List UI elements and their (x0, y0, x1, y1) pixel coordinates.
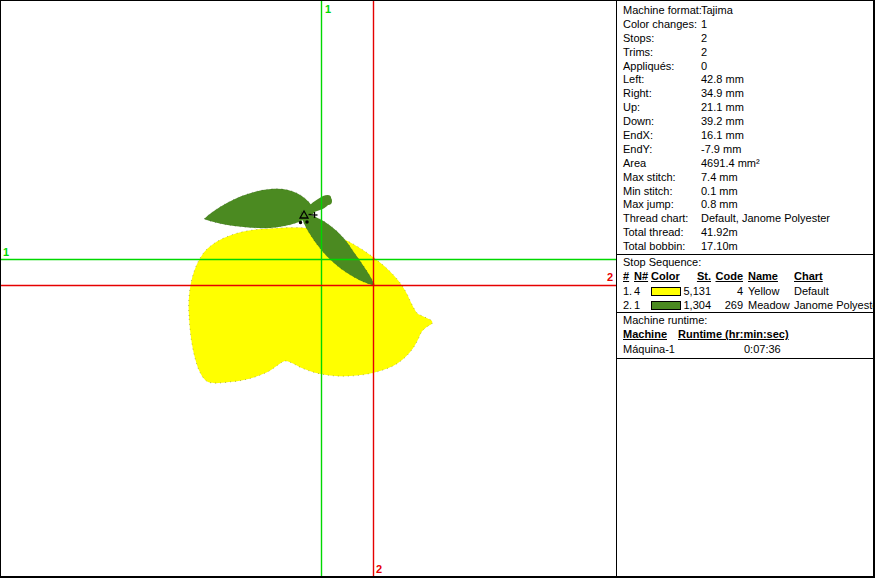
stat-down: Down:39.2 mm (623, 115, 874, 129)
stat-stops: Stops:2 (623, 32, 874, 46)
stat-label: Total thread: (623, 226, 684, 238)
stat-label: Right: (623, 87, 652, 99)
stat-color-changes: Color changes:1 (623, 18, 874, 32)
stat-label: Trims: (623, 46, 653, 58)
row-stitches: 1,304 (683, 298, 711, 312)
guide-1-top-label: 1 (325, 3, 331, 15)
stat-label: Stops: (623, 32, 654, 44)
stat-value: 2 (701, 46, 707, 60)
stat-thread-chart: Thread chart:Default, Janome Polyester (623, 212, 874, 226)
marker-dot-icon (306, 221, 308, 223)
lemon-body-shape (189, 228, 433, 384)
thread-color-swatch (651, 301, 681, 310)
stat-value: 16.1 mm (701, 129, 744, 143)
stop-sequence-header-row: # N# Color St. Code Name Chart (623, 269, 874, 284)
stat-value: 2 (701, 32, 707, 46)
row-chart: Default (789, 284, 874, 298)
guide-1-left-label: 1 (3, 246, 9, 258)
stat-area: Area4691.4 mm² (623, 157, 874, 171)
stat-label: Max jump: (623, 198, 674, 210)
col-header-st: St. (683, 269, 711, 284)
design-artwork: 1 1 2 2 (1, 1, 616, 576)
stat-value: 1 (701, 18, 707, 32)
row-color-name: Yellow (743, 284, 789, 298)
row-chart: Janome Polyester (789, 298, 875, 312)
design-info-panel: Machine format:Tajima Color changes:1 St… (616, 1, 874, 576)
row-color-name: Meadow (743, 298, 789, 312)
stat-label: Machine format: (623, 4, 702, 16)
design-canvas[interactable]: 1 1 2 2 (1, 1, 616, 576)
stat-label: Total bobbin: (623, 240, 685, 252)
stat-label: Max stitch: (623, 171, 676, 183)
row-num: 2. (623, 298, 634, 312)
guide-2-bottom-label: 2 (376, 563, 382, 575)
stat-value: 42.8 mm (701, 73, 744, 87)
stat-label: EndY: (623, 143, 652, 155)
row-code: 269 (711, 298, 743, 312)
guide-2-right-label: 2 (607, 271, 613, 283)
row-num: 1. (623, 284, 634, 298)
row-code: 4 (711, 284, 743, 298)
stat-total-bobbin: Total bobbin:17.10m (623, 240, 874, 254)
lemon-stem-knob (324, 197, 332, 205)
stop-sequence-row: 2. 1 1,304 269 Meadow Janome Polyester (623, 298, 874, 312)
stat-value: Tajima (701, 4, 733, 18)
stat-endx: EndX:16.1 mm (623, 129, 874, 143)
stat-machine-format: Machine format:Tajima (623, 4, 874, 18)
runtime-header-row: Machine Runtime (hr:min:sec) (623, 327, 874, 342)
thread-color-swatch (651, 287, 681, 296)
stat-endy: EndY:-7.9 mm (623, 143, 874, 157)
stop-sequence-section: Stop Sequence: # N# Color St. Code Name … (617, 254, 874, 312)
stat-label: EndX: (623, 129, 653, 141)
stat-value: 41.92m (701, 226, 738, 240)
stat-max-jump: Max jump:0.8 mm (623, 198, 874, 212)
stat-value: 34.9 mm (701, 87, 744, 101)
marker-dot-icon (299, 221, 301, 223)
machine-runtime-section: Machine runtime: Machine Runtime (hr:min… (617, 312, 874, 359)
stat-value: 0.1 mm (701, 185, 738, 199)
col-header-name: Name (743, 269, 789, 284)
stat-value: 0 (701, 60, 707, 74)
stat-value: 4691.4 mm² (701, 157, 760, 171)
stat-label: Left: (623, 73, 644, 85)
col-header-color: Color (651, 269, 683, 284)
col-header-runtime: Runtime (hr:min:sec) (678, 327, 874, 342)
stat-up: Up:21.1 mm (623, 101, 874, 115)
row-needle: 4 (634, 284, 651, 298)
stat-label: Color changes: (623, 18, 697, 30)
col-header-machine: Machine (623, 327, 678, 342)
stop-sequence-title: Stop Sequence: (623, 255, 874, 269)
embroidery-design-properties-window: 1 1 2 2 Machine format:Tajima Color chan… (0, 0, 875, 578)
stat-value: 21.1 mm (701, 101, 744, 115)
stat-right: Right:34.9 mm (623, 87, 874, 101)
stat-value: Default, Janome Polyester (701, 212, 830, 226)
stat-value: 0.8 mm (701, 198, 738, 212)
runtime-machine-name: Máquina-1 (623, 342, 678, 356)
col-header-num: # (623, 269, 634, 284)
stat-label: Up: (623, 101, 640, 113)
stat-min-stitch: Min stitch:0.1 mm (623, 185, 874, 199)
stat-label: Down: (623, 115, 654, 127)
design-stats-list: Machine format:Tajima Color changes:1 St… (617, 1, 874, 254)
stat-trims: Trims:2 (623, 46, 874, 60)
machine-runtime-title: Machine runtime: (623, 313, 874, 327)
stat-max-stitch: Max stitch:7.4 mm (623, 171, 874, 185)
stat-label: Min stitch: (623, 185, 673, 197)
row-stitches: 5,131 (683, 284, 711, 298)
stat-total-thread: Total thread:41.92m (623, 226, 874, 240)
stat-label: Area (623, 157, 646, 169)
col-header-chart: Chart (789, 269, 874, 284)
stat-label: Thread chart: (623, 212, 688, 224)
stat-value: -7.9 mm (701, 143, 741, 157)
stat-appliques: Appliqués:0 (623, 60, 874, 74)
row-needle: 1 (634, 298, 651, 312)
stat-label: Appliqués: (623, 60, 674, 72)
runtime-value: 0:07:36 (678, 342, 874, 356)
stat-value: 17.10m (701, 240, 738, 254)
col-header-code: Code (711, 269, 743, 284)
stat-value: 39.2 mm (701, 115, 744, 129)
lemon-leaf-left-shape (204, 189, 314, 228)
stat-value: 7.4 mm (701, 171, 738, 185)
col-header-n: N# (634, 269, 651, 284)
stat-left: Left:42.8 mm (623, 73, 874, 87)
